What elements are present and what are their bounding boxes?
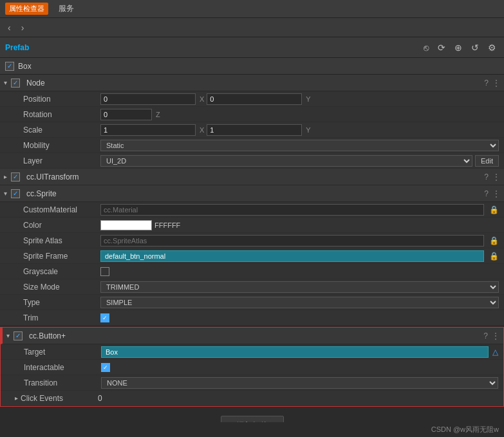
top-bar: 属性检查器 服务	[0, 0, 504, 18]
sprite-section-icons: ? ⋮	[484, 189, 500, 198]
size-mode-label: Size Mode	[23, 283, 100, 292]
click-events-expand[interactable]	[15, 395, 18, 402]
sprite-atlas-label: Sprite Atlas	[23, 236, 100, 245]
sprite-menu-icon[interactable]: ⋮	[492, 189, 500, 198]
sprite-checkbox[interactable]	[11, 189, 20, 198]
custom-material-value: 🔒	[100, 204, 499, 216]
interactable-value	[101, 363, 498, 372]
rotation-row: Rotation Z	[0, 107, 504, 122]
forward-arrow[interactable]: ›	[19, 21, 27, 34]
custom-material-lock-icon: 🔒	[489, 205, 499, 214]
button-help-icon[interactable]: ?	[483, 331, 488, 340]
scale-y-input[interactable]	[207, 124, 302, 136]
sprite-frame-lock-icon: 🔒	[489, 252, 499, 261]
sprite-atlas-input[interactable]	[100, 235, 484, 246]
click-events-label: Click Events	[21, 394, 98, 403]
uitransform-help-icon[interactable]: ?	[484, 172, 489, 181]
scale-x-input[interactable]	[100, 124, 196, 136]
toolbar: Prefab ⎋ ⟳ ⊕ ↺ ⚙	[0, 37, 504, 58]
color-swatch[interactable]	[100, 220, 152, 230]
logo: 属性检查器	[5, 3, 48, 15]
rotation-label: Rotation	[23, 110, 100, 119]
mobility-value: Static	[100, 140, 499, 151]
trim-row: Trim	[0, 310, 504, 326]
service-tab[interactable]: 服务	[53, 2, 79, 15]
node-menu-icon[interactable]: ⋮	[492, 79, 500, 88]
position-y-label: Y	[306, 95, 310, 103]
sprite-section-header[interactable]: cc.Sprite ? ⋮	[0, 185, 504, 202]
refresh-icon[interactable]: ⟳	[435, 41, 448, 54]
position-y-input[interactable]	[207, 93, 302, 105]
uitransform-checkbox[interactable]	[11, 172, 20, 181]
interactable-row: Interactable	[1, 360, 503, 375]
transition-row: Transition NONE	[1, 375, 503, 391]
sprite-help-icon[interactable]: ?	[484, 189, 489, 198]
sprite-section-title: cc.Sprite	[26, 189, 481, 198]
button-section: cc.Button+ ? ⋮ Target △ Interactable Tra…	[0, 327, 504, 407]
grayscale-label: Grayscale	[23, 267, 100, 276]
color-label: Color	[23, 221, 100, 230]
trim-checkbox[interactable]	[100, 313, 109, 322]
toolbar-right: ⎋ ⟳ ⊕ ↺ ⚙	[421, 41, 499, 54]
scale-y-pair: Y	[207, 124, 310, 136]
node-help-icon[interactable]: ?	[484, 79, 489, 88]
export-icon[interactable]: ⎋	[421, 41, 431, 54]
position-label: Position	[23, 95, 100, 104]
interactable-checkbox[interactable]	[101, 363, 110, 372]
layer-row: Layer UI_2D Edit	[0, 153, 504, 169]
sprite-atlas-lock-icon: 🔒	[489, 236, 499, 245]
size-mode-row: Size Mode TRIMMED	[0, 279, 504, 295]
type-select[interactable]: SIMPLE	[100, 297, 499, 308]
node-checkbox[interactable]	[11, 79, 20, 88]
color-hex: FFFFFF	[154, 221, 180, 229]
target-link-icon[interactable]: △	[492, 348, 498, 357]
button-menu-icon[interactable]: ⋮	[492, 331, 499, 340]
button-section-header[interactable]: cc.Button+ ? ⋮	[1, 328, 503, 344]
grayscale-row: Grayscale	[0, 264, 504, 279]
type-value: SIMPLE	[100, 297, 499, 308]
layer-select[interactable]: UI_2D	[100, 155, 472, 167]
button-checkbox[interactable]	[14, 331, 23, 340]
layer-edit-button[interactable]: Edit	[475, 155, 499, 167]
rotation-value: Z	[100, 109, 499, 120]
rotation-z-label: Z	[156, 111, 160, 118]
position-value: X Y	[100, 93, 499, 105]
grayscale-checkbox[interactable]	[100, 267, 109, 276]
target-value: △	[101, 346, 498, 358]
custom-material-input[interactable]	[100, 204, 484, 216]
layer-label: Layer	[23, 156, 100, 165]
type-label: Type	[23, 298, 100, 307]
uitransform-section-header[interactable]: cc.UITransform ? ⋮	[0, 169, 504, 185]
uitransform-menu-icon[interactable]: ⋮	[492, 172, 500, 181]
node-section-title: Node	[26, 79, 481, 88]
undo-icon[interactable]: ↺	[469, 41, 481, 54]
color-value: FFFFFF	[100, 220, 499, 230]
add-icon[interactable]: ⊕	[452, 41, 465, 54]
sprite-frame-row: Sprite Frame 🔒	[0, 248, 504, 264]
mobility-label: Mobility	[23, 141, 100, 150]
rotation-z-input[interactable]	[100, 109, 152, 120]
node-expand-arrow	[4, 79, 7, 86]
sprite-frame-value: 🔒	[100, 250, 499, 262]
back-arrow[interactable]: ‹	[5, 21, 14, 34]
size-mode-value: TRIMMED	[100, 281, 499, 293]
scale-x-pair: X	[100, 124, 204, 136]
position-x-input[interactable]	[100, 93, 196, 105]
interactable-label: Interactable	[24, 363, 101, 372]
grayscale-value	[100, 267, 499, 276]
click-events-value: 0	[98, 394, 498, 403]
prefab-checkbox[interactable]	[5, 62, 14, 71]
size-mode-select[interactable]: TRIMMED	[100, 281, 499, 293]
target-input[interactable]	[101, 346, 489, 358]
settings-icon[interactable]: ⚙	[485, 41, 499, 54]
sprite-frame-label: Sprite Frame	[23, 252, 100, 261]
mobility-select[interactable]: Static	[100, 140, 499, 151]
uitransform-expand-arrow	[4, 173, 7, 180]
sprite-frame-input[interactable]	[100, 250, 484, 262]
node-section-header[interactable]: Node ? ⋮	[0, 75, 504, 91]
transition-value: NONE	[101, 377, 498, 389]
position-y-pair: Y	[207, 93, 310, 105]
trim-value	[100, 313, 499, 322]
prefab-name: Box	[18, 62, 32, 71]
transition-select[interactable]: NONE	[101, 377, 498, 389]
